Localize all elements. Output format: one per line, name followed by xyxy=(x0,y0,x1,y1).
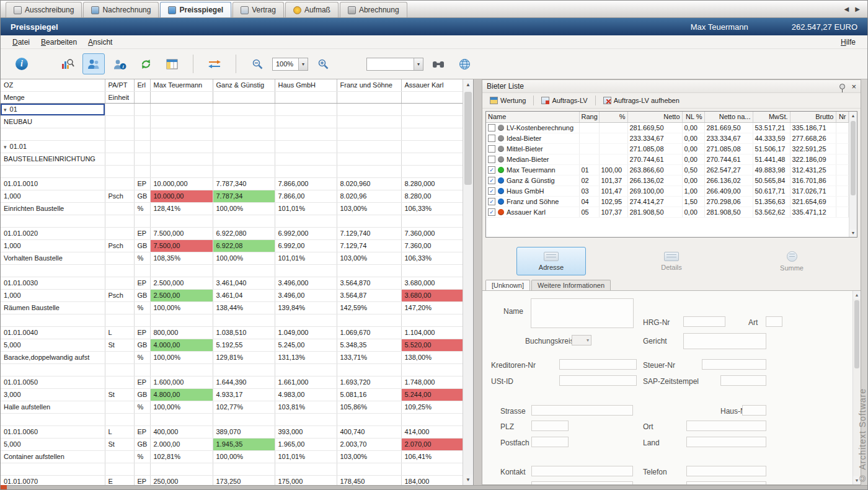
strasse-input[interactable] xyxy=(531,405,633,416)
grid-row[interactable] xyxy=(1,463,463,475)
bieter-checkbox[interactable]: ✓ xyxy=(488,177,495,184)
column-header[interactable]: Ganz & Günstig xyxy=(213,79,275,91)
grid-row[interactable]: 01.01.0010EP10.000,0007.787,3407.866,000… xyxy=(1,177,463,190)
column-header[interactable]: OZ xyxy=(1,79,105,91)
column-header[interactable]: Assauer Karl xyxy=(401,79,463,91)
detail-tab-0[interactable]: [Unknown] xyxy=(485,280,530,290)
grid-row[interactable]: 01.01.0040LEP800,0001.038,5101.049,0001.… xyxy=(1,326,463,339)
grid-row[interactable]: Vorhalten Baustelle%108,35%100,00%101,01… xyxy=(1,252,463,264)
grid-row[interactable]: 01.01.0030EP2.500,0003.461,0403.496,0003… xyxy=(1,277,463,289)
scrollbar-thumb[interactable] xyxy=(851,121,856,195)
tab-aufmass[interactable]: Aufmaß xyxy=(285,2,339,17)
detail-tab-1[interactable]: Weitere Informationen xyxy=(531,280,611,290)
expand-collapse-button[interactable] xyxy=(203,53,226,74)
column-header[interactable]: Erl xyxy=(134,79,150,91)
bieter-checkbox[interactable] xyxy=(488,135,495,142)
grid-row[interactable] xyxy=(1,314,463,326)
expander-icon[interactable]: ▾ xyxy=(4,144,7,150)
email-input[interactable] xyxy=(531,481,633,484)
scroll-up-icon[interactable]: ▲ xyxy=(853,291,861,299)
scroll-down-icon[interactable]: ▼ xyxy=(463,474,473,485)
grid-row[interactable]: ▾01.01 xyxy=(1,140,463,153)
pin-icon[interactable] xyxy=(839,84,845,89)
column-subheader[interactable]: Menge xyxy=(1,91,105,103)
grid-row[interactable]: Container aufstellen%102,81%100,00%101,0… xyxy=(1,450,463,463)
tab-ausschreibung[interactable]: Ausschreibung xyxy=(6,2,82,17)
haus-nr-input[interactable] xyxy=(742,405,766,416)
bieter-column-header[interactable]: Netto xyxy=(627,112,682,122)
grid-row[interactable] xyxy=(1,413,463,425)
art-input[interactable] xyxy=(766,316,782,327)
bieter-checkbox[interactable] xyxy=(488,124,495,131)
bieter-column-header[interactable]: Rang xyxy=(579,112,599,122)
column-subheader[interactable] xyxy=(337,91,401,103)
bidder-info-button[interactable]: i xyxy=(108,53,131,74)
tab-vertrag[interactable]: Vertrag xyxy=(232,2,284,17)
column-subheader[interactable] xyxy=(401,91,463,103)
fax-input[interactable] xyxy=(686,481,766,484)
grid-row[interactable]: 3,000StGB4.800,004.933,174.983,005.081,1… xyxy=(1,388,463,401)
telefon-input[interactable] xyxy=(686,466,766,476)
tab-prev-icon[interactable]: ◀ xyxy=(844,6,849,12)
grid-row[interactable]: 1,000PschGB7.500,006.922,086.992,007.129… xyxy=(1,239,463,252)
plz-input[interactable] xyxy=(531,421,569,431)
grid-vertical-scrollbar[interactable]: ▲ ▼ xyxy=(463,79,473,485)
menu-datei[interactable]: Datei xyxy=(7,37,35,48)
auftrags-lv-button[interactable]: Auftrags-LV xyxy=(538,96,591,105)
scroll-up-icon[interactable]: ▲ xyxy=(849,112,857,120)
grid-row[interactable]: 5,000StGB2.000,001.945,351.965,002.003,7… xyxy=(1,438,463,450)
grid-row[interactable]: Einrichten Baustelle%128,41%100,00%101,0… xyxy=(1,202,463,215)
bieter-row[interactable]: LV-Kostenberechnung281.669,500,00281.669… xyxy=(486,122,848,133)
table-columns-button[interactable] xyxy=(161,53,183,74)
grid-row[interactable]: ▾01 xyxy=(1,103,463,115)
column-subheader[interactable] xyxy=(150,91,213,103)
column-subheader[interactable] xyxy=(275,91,337,103)
column-header[interactable]: PA/PT xyxy=(105,79,134,91)
zoom-select[interactable]: 100% ▾ xyxy=(272,58,308,71)
sap-zeitstempel-input[interactable] xyxy=(720,375,766,386)
panel-splitter[interactable] xyxy=(474,79,482,485)
grid-row[interactable] xyxy=(1,264,463,277)
bieter-row[interactable]: Mittel-Bieter271.085,080,00271.085,0851.… xyxy=(486,143,848,154)
summe-button[interactable]: Summe xyxy=(757,247,826,275)
grid-row[interactable]: Halle aufstellen%100,00%102,77%103,81%10… xyxy=(1,401,463,413)
grid-row[interactable]: 01.01.0050EP1.600,0001.644,3901.661,0001… xyxy=(1,376,463,388)
grid-row[interactable]: 01.01.0020EP7.500,0006.922,0806.992,0007… xyxy=(1,227,463,239)
bieter-column-header[interactable]: % xyxy=(599,112,627,122)
grid-row[interactable]: Baracke,doppelwandig aufst%100,00%129,81… xyxy=(1,351,463,363)
bidder-comparison-button[interactable] xyxy=(82,53,105,74)
menu-bearbeiten[interactable]: Bearbeiten xyxy=(35,37,82,48)
scrollbar-thumb[interactable] xyxy=(854,300,859,368)
grid-row[interactable]: 1,000PschGB2.500,003.461,043.496,003.564… xyxy=(1,289,463,301)
bieter-column-header[interactable]: Brutto xyxy=(790,112,836,122)
column-header[interactable]: Haus GmbH xyxy=(275,79,337,91)
refresh-button[interactable] xyxy=(135,53,157,74)
bieter-row[interactable]: ✓Max Teuermann01100,00263.866,600,50262.… xyxy=(486,164,848,175)
search-combobox[interactable]: ▾ xyxy=(366,58,423,71)
kontakt-input[interactable] xyxy=(531,466,633,476)
column-subheader[interactable] xyxy=(134,91,150,103)
grid-row[interactable]: NEUBAU xyxy=(1,115,463,128)
bieter-checkbox[interactable] xyxy=(488,145,495,153)
land-input[interactable] xyxy=(686,437,766,447)
hrg-nr-input[interactable] xyxy=(683,316,725,327)
grid-row[interactable]: 01.01.0060LEP400,000389,070393,000400,74… xyxy=(1,425,463,438)
ort-input[interactable] xyxy=(686,421,766,431)
name-input[interactable] xyxy=(531,298,634,328)
column-header[interactable]: Max Teuermann xyxy=(150,79,213,91)
expander-icon[interactable]: ▾ xyxy=(4,107,7,113)
zoom-out-button[interactable] xyxy=(246,53,268,74)
bieter-column-header[interactable]: Name xyxy=(486,112,579,122)
bieter-checkbox[interactable]: ✓ xyxy=(488,198,495,205)
scroll-down-icon[interactable]: ▼ xyxy=(849,229,857,237)
dropdown-arrow-icon[interactable]: ▾ xyxy=(298,58,308,70)
wertung-button[interactable]: Wertung xyxy=(486,96,529,105)
bieter-column-header[interactable]: NL % xyxy=(682,112,704,122)
dropdown-arrow-icon[interactable]: ▾ xyxy=(414,58,423,70)
bieter-column-header[interactable]: Netto na... xyxy=(704,112,753,122)
kreditoren-nr-input[interactable] xyxy=(559,359,637,370)
grid-row[interactable]: Räumen Baustelle%100,00%138,44%139,84%14… xyxy=(1,301,463,314)
bieter-checkbox[interactable]: ✓ xyxy=(488,166,495,174)
gericht-input[interactable] xyxy=(683,333,766,349)
steuer-nr-input[interactable] xyxy=(702,359,766,370)
